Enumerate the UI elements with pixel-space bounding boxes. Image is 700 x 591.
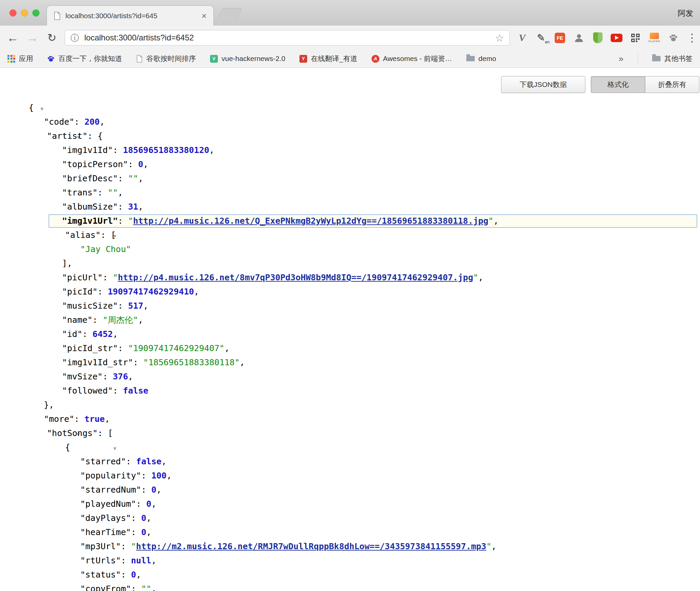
translate-lang-label: en xyxy=(545,40,549,44)
json-line: "followed": false xyxy=(0,384,700,398)
json-token: : xyxy=(128,159,138,169)
json-line: "popularity": 100, xyxy=(0,469,700,483)
person-icon xyxy=(574,33,584,42)
json-token: : xyxy=(136,499,146,509)
json-line: "more": true, xyxy=(0,412,700,426)
json-token: , xyxy=(478,273,483,282)
address-bar[interactable]: ⓘ localhost:3000/artists?id=6452 ☆ xyxy=(65,30,510,45)
window-close-button[interactable] xyxy=(9,9,17,17)
json-token: "status" xyxy=(80,570,121,580)
translate-pen-icon[interactable]: ✎en xyxy=(535,31,547,44)
json-line: "id": 6452, xyxy=(0,327,700,341)
json-token: : xyxy=(74,117,84,127)
profile-extension-icon[interactable] xyxy=(573,31,585,44)
json-token: , xyxy=(100,117,105,127)
bookmark-baidu[interactable]: 百度一下，你就知道 xyxy=(47,54,122,63)
json-line: "briefDesc": "", xyxy=(0,172,700,186)
json-token: , xyxy=(146,527,151,537)
json-line: "code": 200, xyxy=(0,115,700,129)
bookmark-awesomes[interactable]: A Awesomes - 前端资… xyxy=(372,54,452,63)
json-line: ], xyxy=(0,256,700,271)
json-token: : xyxy=(113,145,123,155)
json-line: "rtUrls": null, xyxy=(0,554,700,568)
format-button[interactable]: 格式化 xyxy=(591,76,645,93)
json-token: , xyxy=(146,513,151,523)
collapse-toggle-icon[interactable]: ▼ xyxy=(40,106,43,112)
json-line: "Jay Chou" xyxy=(0,242,700,256)
json-token: : xyxy=(118,301,128,311)
json-token: , xyxy=(491,541,496,551)
json-token: : xyxy=(118,174,128,183)
json-token: "picId" xyxy=(62,287,97,297)
fe-extension-icon[interactable]: FE xyxy=(554,31,566,44)
json-token: : [ xyxy=(100,230,116,240)
page-content: 下载JSON数据 格式化 折叠所有 ▼{"code": 200,▼"artist… xyxy=(0,68,700,591)
bookmark-star-icon[interactable]: ☆ xyxy=(495,32,504,44)
json-link[interactable]: http://p4.music.126.net/Q_ExePNkmgB2yWyL… xyxy=(133,216,489,226)
url-text[interactable]: localhost:3000/artists?id=6452 xyxy=(84,33,495,42)
window-zoom-button[interactable] xyxy=(32,9,39,17)
bookmarks-overflow-chevron-icon[interactable]: » xyxy=(619,54,623,64)
json-token: false xyxy=(123,386,148,396)
json-token: "mvSize" xyxy=(62,372,103,381)
json-token: "19097417462929407" xyxy=(128,343,225,353)
json-token: "topicPerson" xyxy=(62,159,128,169)
json-token: "" xyxy=(128,174,138,183)
json-line: ▼{ xyxy=(0,440,700,455)
youtube-extension-icon[interactable] xyxy=(611,31,622,44)
collapse-toggle-icon[interactable]: ▼ xyxy=(113,445,116,452)
shield-extension-icon[interactable] xyxy=(592,31,604,44)
json-token: : xyxy=(126,457,136,466)
json-token: 0 xyxy=(151,485,156,495)
reload-icon[interactable]: ↻ xyxy=(44,30,60,46)
json-token: " xyxy=(473,273,478,282)
json-token: "more" xyxy=(44,414,74,424)
bookmark-google-sort[interactable]: 谷歌按时间排序 xyxy=(136,54,196,63)
json-token: "img1v1Id_str" xyxy=(62,357,133,367)
extension-v-icon[interactable]: V xyxy=(516,31,528,44)
profile-name[interactable]: 阿发 xyxy=(678,8,693,19)
json-token: , xyxy=(128,372,133,381)
back-icon[interactable]: ← xyxy=(5,30,21,46)
json-token: 376 xyxy=(113,372,128,381)
json-token: "hotSongs" xyxy=(47,428,98,438)
download-json-button[interactable]: 下载JSON数据 xyxy=(501,76,585,93)
bookmark-other-bookmarks[interactable]: 其他书签 xyxy=(652,54,693,63)
json-token: "followed" xyxy=(62,386,113,396)
json-token: "dayPlays" xyxy=(80,513,131,523)
json-line: "mvSize": 376, xyxy=(0,370,700,384)
json-token: : xyxy=(121,570,131,580)
paw-extension-icon[interactable] xyxy=(667,31,679,44)
json-link[interactable]: http://p4.music.126.net/8mv7qP30Pd3oHW8b… xyxy=(118,273,473,282)
page-info-icon[interactable]: ⓘ xyxy=(70,32,79,43)
tab-close-icon[interactable]: × xyxy=(202,11,207,20)
json-token: , xyxy=(162,457,167,466)
json-line: "albumSize": 31, xyxy=(0,200,700,214)
collapse-all-button[interactable]: 折叠所有 xyxy=(645,76,699,93)
bookmark-demo-folder[interactable]: demo xyxy=(466,55,496,63)
json-link[interactable]: http://m2.music.126.net/RMJR7wDullRqppBk… xyxy=(136,541,487,551)
json-token: "周杰伦" xyxy=(103,315,138,325)
qrcode-extension-icon[interactable] xyxy=(630,31,641,44)
browser-menu-icon[interactable]: ⋮ xyxy=(686,31,698,44)
window-minimize-button[interactable] xyxy=(21,9,28,17)
view-mode-segmented-control: 格式化 折叠所有 xyxy=(591,76,699,93)
json-token: : xyxy=(131,584,141,591)
json-token: : xyxy=(113,386,123,396)
new-tab-button[interactable] xyxy=(217,8,242,20)
bookmark-vue-hackernews[interactable]: V vue-hackernews-2.0 xyxy=(210,55,285,63)
player-extension-icon[interactable]: PLAYER xyxy=(648,31,660,44)
json-line: "dayPlays": 0, xyxy=(0,511,700,525)
json-token: " xyxy=(131,541,136,551)
bookmark-youdao[interactable]: Y 在线翻译_有道 xyxy=(299,54,357,63)
json-line: "starred": false, xyxy=(0,455,700,469)
json-token: "picId_str" xyxy=(62,343,118,353)
bookmark-apps[interactable]: 应用 xyxy=(7,54,33,63)
extension-row: V ✎en FE xyxy=(516,26,698,50)
json-token: "alias" xyxy=(65,230,100,240)
active-tab[interactable]: localhost:3000/artists?id=645 × xyxy=(47,5,214,26)
json-token: , xyxy=(143,159,148,169)
json-token: : xyxy=(118,216,128,226)
json-line: "starredNum": 0, xyxy=(0,483,700,497)
json-token: "hearTime" xyxy=(80,527,131,537)
